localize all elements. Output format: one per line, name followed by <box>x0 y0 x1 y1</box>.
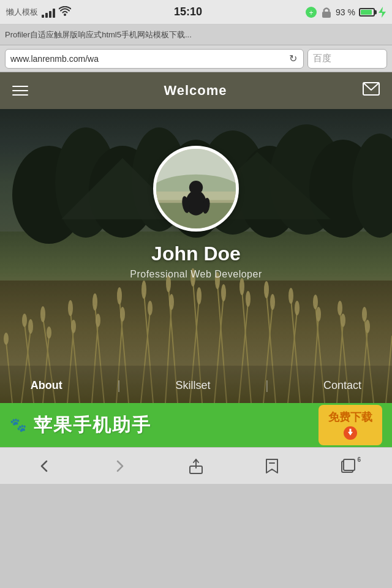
app-name-label: 懒人模板 <box>6 7 38 18</box>
nav-divider-2: | <box>265 379 268 393</box>
profile-name: John Doe <box>151 243 241 265</box>
hamburger-line-2 <box>12 90 28 91</box>
hamburger-line-3 <box>12 94 28 96</box>
ad-text: 苹果手机助手 <box>34 413 311 438</box>
svg-text:+: + <box>309 9 314 17</box>
hamburger-line-1 <box>12 86 28 87</box>
app-header: Welcome <box>0 72 392 109</box>
mail-icon[interactable] <box>363 82 380 99</box>
tabs-button[interactable]: 6 <box>333 453 363 480</box>
hamburger-button[interactable] <box>12 86 28 96</box>
share-button[interactable] <box>181 453 211 480</box>
browser-address-bar: www.lanrenmb.com/wa ↻ 百度 <box>0 45 392 72</box>
svg-rect-3 <box>322 12 331 18</box>
avatar <box>153 146 239 232</box>
reload-button[interactable]: ↻ <box>287 53 298 64</box>
search-placeholder: 百度 <box>313 53 331 64</box>
browser-tab-text: Profiler自适应触屏版响应式html5手机网站模板下载... <box>5 29 192 40</box>
header-title: Welcome <box>164 83 227 99</box>
nav-tab-contact[interactable]: Contact <box>317 377 368 394</box>
back-button[interactable] <box>29 453 59 480</box>
clock: 15:10 <box>174 6 202 18</box>
svg-marker-4 <box>379 7 386 18</box>
browser-tab-bar: Profiler自适应触屏版响应式html5手机网站模板下载... <box>0 24 392 45</box>
nav-divider-1: | <box>118 379 121 393</box>
download-icon <box>343 426 358 440</box>
svg-rect-91 <box>350 429 352 433</box>
charging-icon <box>379 7 386 18</box>
battery-icon <box>359 8 375 17</box>
search-bar[interactable]: 百度 <box>307 49 387 69</box>
paw-icon: 🐾 <box>10 417 26 433</box>
forward-button[interactable] <box>105 453 135 480</box>
nav-tabs: About | Skillset | Contact <box>0 366 392 403</box>
nav-tab-about[interactable]: About <box>24 377 69 394</box>
svg-point-86 <box>189 181 203 194</box>
status-bar: 懒人模板 15:10 + 93 % <box>0 0 392 24</box>
status-icon-green: + <box>305 6 317 18</box>
profile-subtitle: Professional Web Developer <box>130 269 262 280</box>
battery-percent: 93 % <box>336 7 355 17</box>
status-left: 懒人模板 <box>6 6 71 18</box>
nav-tab-skillset[interactable]: Skillset <box>169 377 216 394</box>
svg-rect-96 <box>344 459 355 470</box>
bookmarks-button[interactable] <box>257 453 287 480</box>
url-bar[interactable]: www.lanrenmb.com/wa ↻ <box>5 49 304 69</box>
ad-btn-text: 免费下载 <box>328 410 372 424</box>
avatar-image <box>156 149 236 228</box>
tab-count: 6 <box>357 456 361 463</box>
lock-icon <box>321 6 332 18</box>
ad-download-button[interactable]: 免费下载 <box>318 405 382 445</box>
wifi-icon <box>59 6 71 18</box>
svg-point-0 <box>64 13 66 16</box>
hero-section: John Doe Professional Web Developer Abou… <box>0 109 392 403</box>
url-text: www.lanrenmb.com/wa <box>10 54 99 64</box>
status-right: + 93 % <box>305 6 386 18</box>
signal-icon <box>42 7 55 18</box>
ad-banner[interactable]: 🐾 苹果手机助手 免费下载 <box>0 403 392 447</box>
bottom-bar: 6 <box>0 447 392 484</box>
